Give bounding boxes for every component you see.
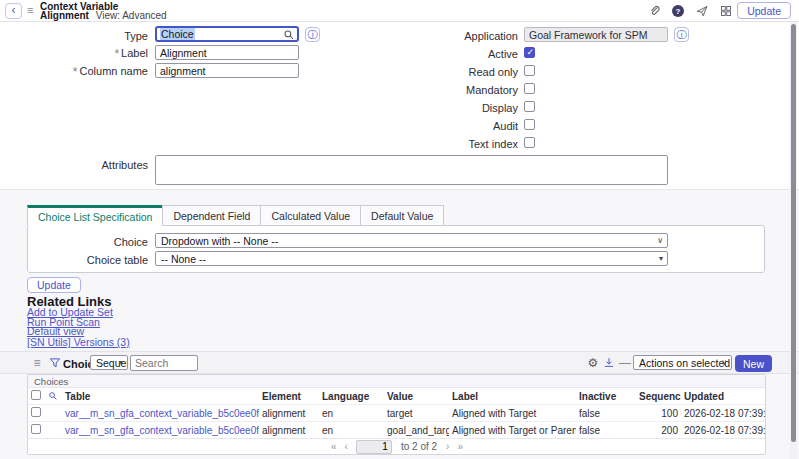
chevron-down-icon: ∨: [721, 358, 727, 367]
display-label: Display: [370, 102, 518, 114]
choice-table-label: Choice table: [0, 254, 148, 266]
select-all-checkbox[interactable]: [31, 390, 41, 400]
audit-checkbox[interactable]: [524, 119, 535, 130]
choices-list-toolbar: ≡ Choices Sequence ▾ ⚙ — Actions on sele…: [0, 351, 799, 374]
view-label: View: Advanced: [96, 10, 167, 21]
dropdown-arrow-icon: ▾: [659, 254, 663, 263]
choice-label: Choice: [0, 236, 148, 248]
label-input[interactable]: [155, 45, 299, 60]
audit-label: Audit: [370, 120, 518, 132]
column-search-icon[interactable]: [45, 388, 62, 405]
list-caption: Choices: [28, 375, 765, 388]
layout-grid-icon[interactable]: [719, 4, 733, 18]
gear-icon[interactable]: ⚙: [586, 356, 600, 370]
list-pagination: « ‹ to 2 of 2 › »: [28, 438, 765, 454]
col-header-table[interactable]: Table: [62, 388, 259, 405]
type-info-button[interactable]: ⓘ: [305, 27, 320, 42]
form-context-menu-icon[interactable]: ≡: [27, 4, 33, 16]
list-search-input[interactable]: [130, 355, 198, 371]
update-button-form[interactable]: Update: [27, 277, 81, 293]
scrollbar-thumb[interactable]: [791, 24, 796, 442]
display-checkbox[interactable]: [524, 101, 535, 112]
table-row[interactable]: var__m_sn_gfa_context_variable_b5c0ee0f8…: [28, 422, 765, 439]
col-header-inactive[interactable]: Inactive: [576, 388, 636, 405]
search-field-select[interactable]: Sequence ▾: [90, 355, 128, 370]
tab-dependent-field[interactable]: Dependent Field: [162, 205, 260, 226]
new-button[interactable]: New: [735, 355, 772, 372]
paperclip-icon[interactable]: [647, 4, 661, 18]
next-page-icon[interactable]: ›: [446, 441, 448, 452]
tab-choice-list-specification[interactable]: Choice List Specification: [27, 205, 162, 226]
attributes-textarea[interactable]: [155, 155, 668, 185]
mandatory-indicator: *: [114, 47, 119, 61]
paper-plane-icon[interactable]: [695, 4, 709, 18]
servicenow-form-page: ‹ ≡ Context Variable Alignment View: Adv…: [0, 0, 799, 459]
actions-select[interactable]: Actions on selected rows... ∨: [633, 355, 732, 370]
search-icon[interactable]: [283, 29, 295, 41]
type-label: Type: [0, 30, 148, 42]
chevron-down-icon: ∨: [657, 236, 663, 245]
application-info-button[interactable]: ⓘ: [674, 27, 689, 42]
attributes-label: Attributes: [0, 159, 148, 171]
choice-table-select[interactable]: -- None -- ▾: [155, 251, 668, 266]
update-button-header[interactable]: Update: [737, 2, 791, 19]
back-button[interactable]: ‹: [5, 3, 22, 19]
type-input[interactable]: Choice: [155, 26, 299, 42]
record-name: Alignment: [40, 10, 89, 21]
label-label: *Label: [0, 47, 148, 61]
text-index-checkbox[interactable]: [524, 137, 535, 148]
record-subtitle: Alignment View: Advanced: [40, 11, 167, 21]
collapse-icon[interactable]: —: [618, 356, 632, 370]
col-header-updated[interactable]: Updated: [681, 388, 765, 405]
prev-page-icon[interactable]: ‹: [345, 441, 347, 452]
choices-table: Table Element Language Value Label Inact…: [28, 388, 765, 438]
record-link[interactable]: var__m_sn_gfa_context_variable_b5c0ee0f8…: [65, 425, 259, 436]
form-body: Type Choice ⓘ *Label *Column name Applic…: [0, 22, 799, 190]
choices-list: Choices Table Element Language Value Lab…: [27, 374, 766, 455]
application-input: [524, 27, 668, 42]
col-header-element[interactable]: Element: [259, 388, 319, 405]
download-icon[interactable]: [602, 356, 616, 370]
back-icon: ‹: [12, 3, 16, 17]
read-only-label: Read only: [370, 66, 518, 78]
application-label: Application: [370, 30, 518, 42]
form-tabs: Choice List Specification Dependent Fiel…: [27, 205, 444, 226]
filter-funnel-icon[interactable]: [48, 356, 62, 370]
dropdown-arrow-icon: ▾: [119, 358, 123, 367]
mandatory-indicator: *: [73, 65, 78, 79]
page-number-input[interactable]: [356, 440, 392, 454]
mandatory-label: Mandatory: [370, 84, 518, 96]
read-only-checkbox[interactable]: [524, 65, 535, 76]
text-index-label: Text index: [370, 138, 518, 150]
col-header-language[interactable]: Language: [319, 388, 384, 405]
record-link[interactable]: var__m_sn_gfa_context_variable_b5c0ee0f8…: [65, 408, 259, 419]
row-checkbox[interactable]: [31, 407, 41, 417]
tab-default-value[interactable]: Default Value: [360, 205, 444, 226]
related-link-sn-utils-versions[interactable]: [SN Utils] Versions (3): [27, 336, 130, 348]
column-name-label: *Column name: [0, 65, 148, 79]
form-header: ‹ ≡ Context Variable Alignment View: Adv…: [0, 0, 799, 22]
mandatory-checkbox[interactable]: [524, 83, 535, 94]
choice-select[interactable]: Dropdown with -- None -- ∨: [155, 233, 668, 248]
col-header-value[interactable]: Value: [384, 388, 449, 405]
help-icon[interactable]: ?: [671, 4, 685, 18]
type-value: Choice: [160, 28, 195, 40]
col-header-label[interactable]: Label: [449, 388, 576, 405]
col-header-sequence[interactable]: Sequence ▲: [636, 388, 681, 405]
last-page-icon[interactable]: »: [457, 441, 462, 452]
first-page-icon[interactable]: «: [331, 441, 336, 452]
table-row[interactable]: var__m_sn_gfa_context_variable_b5c0ee0f8…: [28, 405, 765, 422]
column-name-input[interactable]: [155, 63, 299, 78]
table-header-row: Table Element Language Value Label Inact…: [28, 388, 765, 405]
list-context-menu-icon[interactable]: ≡: [30, 356, 44, 370]
active-label: Active: [370, 48, 518, 60]
vertical-scrollbar[interactable]: [790, 22, 797, 459]
pagination-range-text: to 2 of 2: [401, 441, 437, 452]
active-checkbox[interactable]: [524, 47, 535, 58]
row-checkbox[interactable]: [31, 424, 41, 434]
tab-calculated-value[interactable]: Calculated Value: [260, 205, 360, 226]
